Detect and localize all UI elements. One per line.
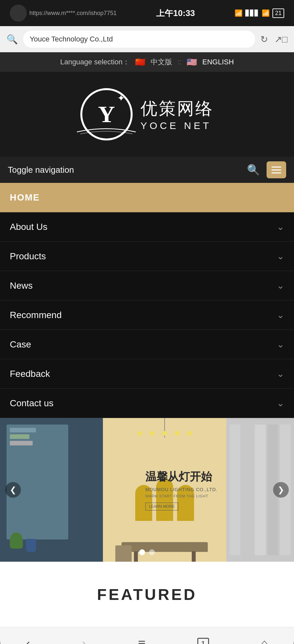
tabs-button[interactable]: 1: [191, 635, 216, 644]
chevron-products-icon: ⌄: [277, 251, 284, 262]
lamp-ball-1-icon: [138, 431, 142, 436]
forward-icon: ›: [82, 636, 86, 644]
nav-contact-label: Contact us: [10, 398, 277, 409]
hero-prev-button[interactable]: ❮: [5, 482, 21, 498]
nav-home-label: HOME: [10, 192, 40, 203]
logo-english-name: YOCE NET: [140, 120, 211, 131]
lamp-ball-4-icon: [175, 431, 179, 436]
hero-prev-icon: ❮: [10, 485, 16, 494]
back-button[interactable]: ‹: [19, 633, 37, 644]
browser-search-icon[interactable]: 🔍: [7, 34, 18, 45]
hero-banner: 温馨从灯开始 MOUMOU LIGHTING CO.,LTD. WARM STA…: [0, 418, 294, 562]
toggle-nav-text: Toggle navigation: [8, 165, 240, 175]
logo-chinese-name: 优策网络: [140, 97, 214, 120]
home-button[interactable]: ⌂: [254, 633, 275, 644]
logo-container: Y ✦ 优策网络 YOCE NET: [80, 88, 214, 140]
browser-title: Youce Technology Co.,Ltd: [30, 35, 113, 43]
camera-notch: [114, 0, 180, 9]
browser-menu-button[interactable]: ≡: [131, 633, 152, 644]
nav-item-about[interactable]: About Us ⌄: [0, 212, 294, 242]
browser-actions: ↻ ↗□: [260, 34, 287, 45]
browser-nav: ‹ › ≡ 1 ⌂: [0, 627, 294, 644]
chinese-flag-icon: 🇨🇳: [135, 57, 145, 67]
hamburger-line-1: [271, 167, 281, 168]
logo-swoosh-icon: [73, 125, 140, 135]
hero-dot-1[interactable]: [139, 549, 145, 555]
menu-section: HOME About Us ⌄ Products ⌄ News ⌄ Recomm…: [0, 183, 294, 418]
wifi-icon: 📶: [262, 9, 270, 17]
hamburger-line-2: [271, 169, 281, 170]
home-icon: ⌂: [261, 636, 268, 644]
chevron-feedback-icon: ⌄: [277, 368, 284, 379]
featured-section: FEATURED: [0, 562, 294, 627]
hero-text-overlay: 温馨从灯开始 MOUMOU LIGHTING CO.,LTD. WARM STA…: [145, 469, 218, 510]
chevron-recommend-icon: ⌄: [277, 310, 284, 320]
nav-item-products[interactable]: Products ⌄: [0, 242, 294, 271]
hero-next-button[interactable]: ❯: [273, 482, 289, 498]
nav-item-case[interactable]: Case ⌄: [0, 330, 294, 359]
bluetooth-icon: 📶: [235, 9, 243, 17]
forward-button[interactable]: ›: [75, 633, 93, 644]
share-icon[interactable]: ↗□: [274, 34, 287, 45]
browser-bar: 🔍 Youce Technology Co.,Ltd ↻ ↗□: [0, 26, 294, 52]
url-display: https://www.m****.com/ishop7751: [29, 10, 117, 17]
status-bar-left: https://www.m****.com/ishop7751: [10, 5, 117, 22]
lang-separator: ::: [177, 58, 181, 66]
english-lang-link[interactable]: ENGLISH: [202, 58, 234, 66]
featured-title: FEATURED: [97, 586, 197, 604]
nav-bar: Toggle navigation 🔍: [0, 157, 294, 183]
nav-recommend-label: Recommend: [10, 310, 277, 320]
nav-feedback-label: Feedback: [10, 369, 277, 379]
chevron-about-icon: ⌄: [277, 221, 284, 232]
hero-dots: [139, 549, 155, 555]
nav-products-label: Products: [10, 251, 277, 262]
hamburger-menu-button[interactable]: [267, 161, 286, 178]
logo-circle: Y ✦: [80, 88, 133, 140]
avatar: [10, 5, 27, 22]
logo-text: 优策网络 YOCE NET: [140, 97, 214, 131]
nav-item-feedback[interactable]: Feedback ⌄: [0, 359, 294, 389]
nav-item-home[interactable]: HOME: [0, 183, 294, 212]
lamp-ball-2-icon: [150, 431, 155, 436]
nav-item-news[interactable]: News ⌄: [0, 271, 294, 300]
hero-sub-text: MOUMOU LIGHTING CO.,LTD.: [145, 487, 218, 492]
nav-about-label: About Us: [10, 222, 277, 232]
battery-icon: 21: [272, 8, 284, 18]
back-icon: ‹: [26, 636, 30, 644]
hero-main-text: 温馨从灯开始: [145, 469, 218, 484]
hero-next-icon: ❯: [278, 485, 284, 494]
signal-icon: ▊▊▊: [245, 9, 259, 17]
nav-news-label: News: [10, 281, 277, 291]
lamp-ball-3-icon: [162, 431, 167, 436]
hamburger-line-3: [271, 172, 281, 173]
nav-search-icon[interactable]: 🔍: [247, 164, 260, 176]
phone-shell: https://www.m****.com/ishop7751 上午10:33 …: [0, 0, 294, 644]
chevron-contact-icon: ⌄: [277, 398, 284, 409]
nav-case-label: Case: [10, 339, 277, 350]
language-bar: Language selection： 🇨🇳 中文版 :: 🇺🇸 ENGLISH: [0, 52, 294, 72]
status-icons: 📶 ▊▊▊ 📶 21: [235, 8, 284, 18]
chinese-lang-link[interactable]: 中文版: [151, 57, 172, 67]
english-flag-icon: 🇺🇸: [187, 57, 197, 67]
plant-decor-icon: [10, 532, 23, 549]
hero-learn-more-button[interactable]: LEARN MORE: [145, 503, 178, 510]
logo-letter: Y: [98, 101, 115, 128]
nav-item-recommend[interactable]: Recommend ⌄: [0, 300, 294, 330]
chevron-case-icon: ⌄: [277, 339, 284, 350]
logo-section: Y ✦ 优策网络 YOCE NET: [0, 72, 294, 157]
logo-star-icon: ✦: [117, 93, 125, 104]
hero-dot-2[interactable]: [149, 549, 155, 555]
refresh-icon[interactable]: ↻: [260, 34, 268, 45]
vase-decor-icon: [26, 539, 36, 552]
hero-sub-text2: WARM START FROM THE LIGHT: [145, 494, 218, 498]
language-label: Language selection：: [60, 57, 130, 67]
browser-menu-icon: ≡: [138, 636, 145, 644]
chevron-news-icon: ⌄: [277, 280, 284, 291]
tabs-icon: 1: [197, 638, 209, 644]
browser-url-bar[interactable]: Youce Technology Co.,Ltd: [23, 31, 255, 48]
lamp-ball-5-icon: [187, 431, 192, 436]
nav-item-contact[interactable]: Contact us ⌄: [0, 389, 294, 418]
